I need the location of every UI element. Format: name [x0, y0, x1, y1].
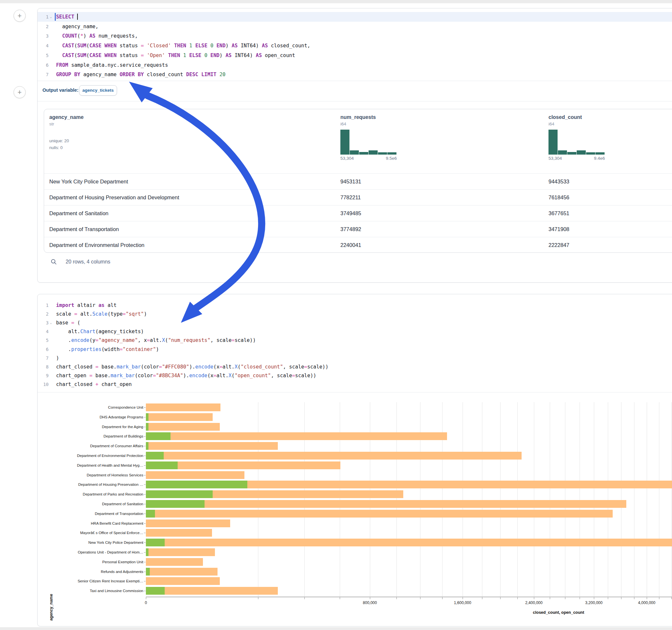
- add-cell-button-top[interactable]: +: [14, 10, 26, 22]
- table-row[interactable]: Department of Sanitation37494853677651: [44, 205, 672, 221]
- output-variable-row: Output variable: agency_tickets: [38, 81, 672, 101]
- chart-plot-area: [146, 402, 672, 597]
- code-text: CAST(SUM(CASE WHEN status = 'Open' THEN …: [56, 51, 295, 60]
- code-text: chart_open = base.mark_bar(color="#8BC34…: [56, 371, 316, 381]
- y-axis-tick: [144, 465, 146, 466]
- line-number: 2: [38, 309, 49, 319]
- code-text: chart_closed = base.mark_bar(color="#FFC…: [56, 362, 328, 372]
- altair-chart: agency_name Correspondence UnitDHS Advan…: [38, 402, 672, 616]
- code-line[interactable]: 1⌄SELECT: [38, 12, 672, 22]
- active-line-indicator: [55, 13, 56, 21]
- code-line[interactable]: 3⌄base = (: [38, 318, 672, 328]
- code-line[interactable]: 3 COUNT(*) AS num_requests,: [38, 31, 672, 41]
- y-axis-label: Operations Unit - Department of Hom…: [38, 547, 143, 557]
- code-line[interactable]: 6 .properties(width="container"): [38, 344, 672, 354]
- code-text: CAST(SUM(CASE WHEN status = 'Closed' THE…: [56, 41, 310, 51]
- code-line[interactable]: 1import altair as alt: [38, 300, 672, 310]
- bar-closed-count: [146, 442, 278, 450]
- bar-closed-count: [146, 548, 215, 556]
- gridline: [370, 402, 370, 597]
- x-axis-tick: [482, 597, 482, 599]
- code-line[interactable]: 6FROM sample_data.nyc.service_requests: [38, 60, 672, 70]
- gridline: [340, 402, 340, 597]
- y-axis-tick: [144, 456, 146, 456]
- table-cell: 7782211: [340, 190, 549, 205]
- column-header-agency_name[interactable]: agency_namestrunique: 20nulls: 0: [49, 109, 340, 162]
- bar-closed-count: [146, 500, 626, 508]
- table-cell: 2222847: [549, 237, 672, 253]
- y-axis-tick: [144, 572, 146, 572]
- x-axis-tick: [518, 597, 518, 599]
- gridline: [482, 402, 482, 597]
- add-cell-button-middle[interactable]: +: [14, 86, 26, 98]
- column-type: str: [49, 122, 340, 126]
- bar-closed-count: [146, 519, 230, 527]
- fold-chevron-icon[interactable]: ⌄: [50, 12, 54, 22]
- code-line[interactable]: 4 alt.Chart(agency_tickets): [38, 327, 672, 336]
- gridline: [671, 402, 672, 597]
- table-cell: New York City Police Department: [49, 174, 340, 189]
- code-line[interactable]: 2scale = alt.Scale(type="sqrt"): [38, 309, 672, 319]
- y-axis-label: Department of Transportation: [38, 509, 143, 518]
- line-number: 1: [38, 300, 49, 310]
- code-line[interactable]: 4 CAST(SUM(CASE WHEN status = 'Closed' T…: [38, 41, 672, 51]
- y-axis-label: Department of Sanitation: [38, 499, 143, 509]
- table-row[interactable]: Department of Transportation377489234719…: [44, 221, 672, 237]
- y-axis-label: Department of Housing Preservation …: [38, 480, 143, 489]
- table-row[interactable]: Department of Housing Preservation and D…: [44, 189, 672, 205]
- bar-closed-count: [146, 539, 672, 547]
- code-text: ): [56, 353, 59, 363]
- x-axis-tick: [146, 597, 146, 599]
- line-number: 5: [38, 335, 49, 345]
- y-axis-tick: [144, 581, 146, 581]
- line-number: 10: [38, 380, 49, 389]
- y-axis-tick: [144, 484, 146, 485]
- results-table: agency_namestrunique: 20nulls: 0num_requ…: [44, 109, 672, 253]
- y-axis-tick: [144, 417, 146, 417]
- code-text: base = (: [56, 318, 80, 328]
- code-line[interactable]: 7): [38, 353, 672, 363]
- table-cell: 3774892: [340, 221, 549, 237]
- line-number: 3: [38, 318, 49, 328]
- search-icon[interactable]: [51, 259, 57, 265]
- code-line[interactable]: 8chart_closed = base.mark_bar(color="#FF…: [38, 362, 672, 372]
- code-line[interactable]: 5 .encode(y="agency_name", x=alt.X("num_…: [38, 335, 672, 345]
- line-number: 7: [38, 353, 49, 363]
- y-axis-label: DHS Advantage Programs: [38, 412, 143, 422]
- column-header-num_requests[interactable]: num_requestsi6453,3049.5e6: [340, 109, 549, 162]
- x-axis-tick: [659, 597, 659, 599]
- y-axis-tick: [144, 407, 146, 408]
- fold-chevron-icon[interactable]: ⌄: [50, 318, 54, 328]
- code-line[interactable]: 5 CAST(SUM(CASE WHEN status = 'Open' THE…: [38, 51, 672, 60]
- column-histogram: [549, 130, 605, 154]
- bar-open-count: [146, 500, 205, 508]
- hist-max-label: 9.5e6: [386, 156, 397, 161]
- code-line[interactable]: 7GROUP BY agency_name ORDER BY closed_co…: [38, 70, 672, 79]
- gridline: [518, 402, 518, 597]
- column-header-closed_count[interactable]: closed_counti6453,3049.4e6: [549, 109, 672, 162]
- results-table-footer: 20 rows, 4 columns: [51, 259, 110, 270]
- bar-closed-count: [146, 577, 220, 585]
- editor-output-divider: [38, 392, 672, 392]
- x-axis-tick: [462, 597, 463, 599]
- line-number: 6: [38, 60, 49, 70]
- y-axis-label: Taxi and Limousine Commission: [38, 586, 143, 596]
- y-axis-label: Correspondence Unit: [38, 403, 143, 412]
- y-axis-tick: [144, 427, 146, 427]
- table-row[interactable]: New York City Police Department945313194…: [44, 173, 672, 189]
- output-variable-pill[interactable]: agency_tickets: [79, 85, 117, 96]
- code-line[interactable]: 2 agency_name,: [38, 22, 672, 31]
- y-axis-tick: [144, 562, 146, 562]
- bar-open-count: [146, 452, 164, 460]
- bar-closed-count: [146, 558, 203, 566]
- gridline: [608, 402, 608, 597]
- gridline: [534, 402, 534, 597]
- table-cell: Department of Environmental Protection: [49, 237, 340, 253]
- code-line[interactable]: 9chart_open = base.mark_bar(color="#8BC3…: [38, 371, 672, 381]
- gridline: [621, 402, 621, 597]
- table-cell: 3677651: [549, 205, 672, 221]
- table-row[interactable]: Department of Environmental Protection22…: [44, 237, 672, 253]
- line-number: 4: [38, 327, 49, 336]
- y-axis-tick: [144, 552, 146, 553]
- code-line[interactable]: 10chart_closed + chart_open: [38, 380, 672, 389]
